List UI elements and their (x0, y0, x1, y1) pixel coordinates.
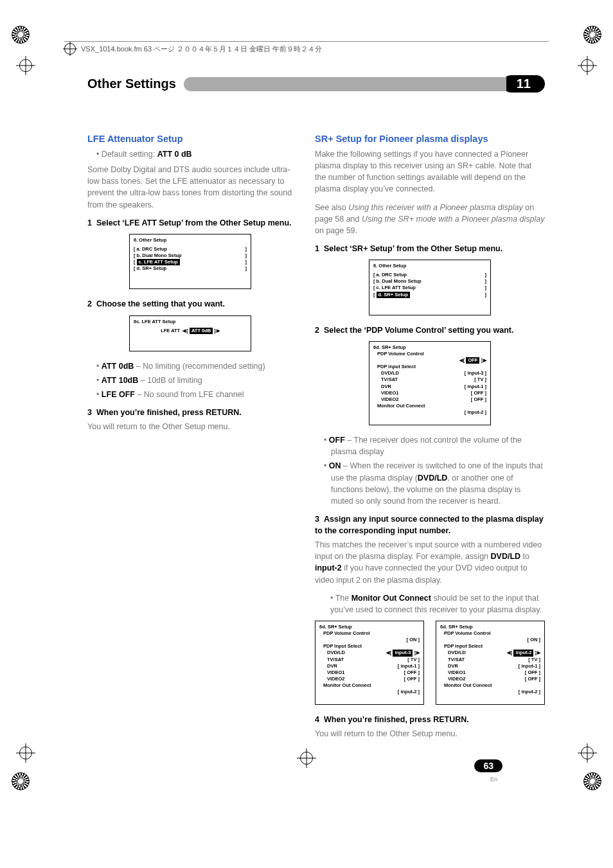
step-3-sr: 3Assign any input source connected to th… (315, 513, 545, 536)
osd-sr-pair: 6d. SR+ Setup PDP Volume Control [ ON ] … (315, 621, 545, 705)
page-number-badge: 63 (474, 759, 502, 772)
lfe-options: ATT 0dB – No limiting (recommended setti… (87, 360, 293, 400)
step-1-lfe: 1Select ‘LFE ATT Setup’ from the Other S… (87, 217, 293, 229)
sr-assign-note: This matches the receiver’s input source… (315, 539, 545, 586)
page-footer: 63 En (87, 747, 545, 784)
crop-mark-icon (19, 59, 32, 72)
print-header-text: VSX_1014.book.fm 63 ページ ２００４年５月１４日 金曜日 午… (81, 44, 322, 54)
registration-mark-icon (12, 26, 30, 44)
step-2-lfe: 2Choose the setting that you want. (87, 298, 293, 310)
page-language: En (490, 776, 502, 783)
step-3-lfe: 3When you’re finished, press RETURN. (87, 407, 293, 418)
crop-mark-icon (581, 747, 594, 759)
crop-mark-icon (19, 747, 32, 759)
osd-sr-setup: 6d. SR+ Setup PDP Volume Control [ OFF ]… (369, 341, 491, 425)
sr-volume-options: OFF – The receiver does not control the … (315, 434, 545, 507)
section-heading-lfe: LFE Attenuator Setup (87, 132, 293, 146)
monitor-out-note: The Monitor Out Connect should be set to… (330, 592, 545, 616)
step-2-sr: 2Select the ‘PDP Volume Control’ setting… (315, 324, 545, 336)
chapter-title: Other Settings (87, 74, 176, 94)
chapter-header: Other Settings 11 (87, 74, 545, 94)
sr-return-note: You will return to the Other Setup menu. (315, 728, 545, 740)
chapter-strip (184, 77, 506, 91)
crosshair-icon (64, 43, 76, 55)
osd-sr-setup-left: 6d. SR+ Setup PDP Volume Control [ ON ] … (315, 621, 424, 705)
osd-sr-setup-right: 6d. SR+ Setup PDP Volume Control [ ON ] … (436, 621, 545, 705)
default-setting: Default setting: ATT 0 dB (96, 148, 293, 160)
print-header: VSX_1014.book.fm 63 ページ ２００４年５月１４日 金曜日 午… (64, 41, 549, 55)
crop-mark-icon (581, 59, 594, 72)
chapter-number-badge: 11 (502, 75, 545, 93)
right-column: SR+ Setup for Pioneer plasma displays Ma… (315, 132, 545, 747)
registration-mark-icon (12, 772, 30, 790)
step-4-sr: 4When you’re finished, press RETURN. (315, 714, 545, 725)
crop-mark-icon (300, 752, 313, 765)
osd-other-setup-sr: 6. Other Setup [ a. DRC Setup] [ b. Dual… (369, 260, 491, 315)
osd-other-setup: 6. Other Setup [ a. DRC Setup] [ b. Dual… (129, 234, 251, 290)
left-column: LFE Attenuator Setup Default setting: AT… (87, 132, 293, 747)
sr-see-also: See also Using this receiver with a Pion… (315, 202, 545, 236)
osd-lfe-att: 6c. LFE ATT Setup LFE ATT [ ATT 0dB ] (129, 315, 251, 351)
sr-intro: Make the following settings if you have … (315, 148, 545, 195)
section-heading-sr: SR+ Setup for Pioneer plasma displays (315, 132, 545, 146)
registration-mark-icon (583, 26, 601, 44)
lfe-intro: Some Dolby Digital and DTS audio sources… (87, 164, 293, 211)
step-1-sr: 1Select ‘SR+ Setup’ from the Other Setup… (315, 243, 545, 254)
registration-mark-icon (583, 772, 601, 790)
lfe-return-note: You will return to the Other Setup menu. (87, 421, 293, 432)
